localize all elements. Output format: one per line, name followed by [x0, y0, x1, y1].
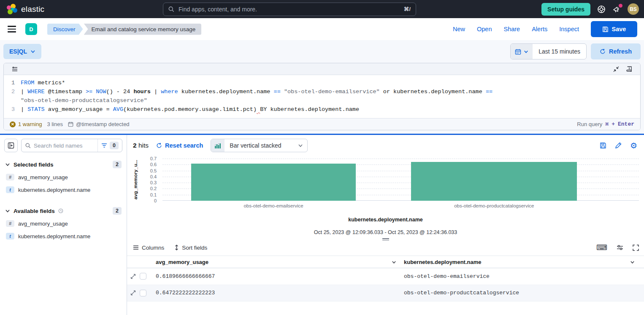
x-axis-ticks: obs-otel-demo-emailservice obs-otel-demo…: [162, 203, 639, 210]
query-mode-dropdown[interactable]: ES|QL: [3, 44, 41, 59]
selected-fields-section[interactable]: Selected fields 2: [5, 161, 122, 168]
hits-count: 2 hits: [133, 142, 149, 149]
setup-guides-button[interactable]: Setup guides: [541, 3, 590, 16]
cell-avg-memory: 0.6472222222222223: [154, 290, 402, 296]
clock-icon: [58, 208, 63, 213]
line-number: 1: [4, 78, 21, 87]
new-button[interactable]: New: [453, 26, 465, 32]
breadcrumb: Discover Email and catalog service memor…: [47, 24, 201, 35]
columns-button[interactable]: Columns: [133, 245, 164, 251]
run-query-hint[interactable]: Run query ⌘ + Enter: [577, 121, 634, 128]
global-header: elastic Find apps, content, and more. ⌘/…: [0, 0, 644, 18]
chevron-down-icon: [298, 143, 303, 148]
sort-icon: [174, 245, 179, 250]
field-search-placeholder: Search field names: [34, 143, 97, 149]
space-avatar[interactable]: D: [25, 23, 37, 35]
field-item[interactable]: # avg_memory_usage: [4, 217, 122, 230]
column-header-avg-memory[interactable]: avg_memory_usage: [154, 259, 402, 265]
chevron-down-icon: [5, 162, 10, 167]
row-checkbox[interactable]: [140, 273, 146, 280]
field-item[interactable]: t kubernetes.deployment.name: [4, 230, 122, 242]
available-fields-section[interactable]: Available fields 2: [5, 207, 122, 215]
sort-fields-button[interactable]: Sort fields: [174, 245, 207, 251]
edit-visualization-icon[interactable]: [615, 142, 622, 149]
save-button[interactable]: Save: [591, 21, 637, 37]
timestamp-detected: @timestamp detected: [68, 121, 130, 127]
chevron-down-icon: [30, 49, 35, 54]
row-checkbox[interactable]: [140, 290, 146, 296]
display-options-icon[interactable]: [617, 245, 623, 250]
table-toolbar: Columns Sort fields ⌨: [127, 241, 644, 254]
brand-name: elastic: [21, 5, 44, 14]
bar-chart-icon: [211, 139, 225, 152]
table-row: 0.6189666666666667 obs-otel-demo-emailse…: [127, 268, 644, 285]
chart-type-select[interactable]: Bar vertical stacked: [211, 139, 308, 152]
plot-area: [162, 159, 639, 201]
results-table: avg_memory_usage kubernetes.deployment.n…: [127, 256, 644, 302]
x-axis-title: kubernetes.deployment.name: [127, 217, 644, 223]
results-panel: 2 hits Reset search Bar vertical stacked: [127, 135, 644, 315]
line-number: 2: [4, 87, 21, 96]
collapse-sidebar-icon[interactable]: [4, 139, 18, 152]
breadcrumb-page-title: Email and catalog service memory usage: [84, 24, 202, 35]
y-axis-label: avg_memory_u...: [133, 159, 138, 201]
field-item[interactable]: t kubernetes.deployment.name: [4, 183, 122, 196]
refresh-button[interactable]: Refresh: [591, 43, 641, 59]
chart-bar[interactable]: [191, 164, 356, 201]
warnings-badge[interactable]: ✕ 1 warning: [10, 121, 42, 127]
time-range-value[interactable]: Last 15 minutes: [533, 44, 586, 59]
code-line-2-wrap: "obs-otel-demo-productcatalogservice": [21, 96, 147, 105]
field-search-input[interactable]: Search field names 0: [21, 139, 122, 152]
y-axis-ticks: 0.7 0.6 0.5 0.4 0.3 0.2 0.1 0: [142, 159, 159, 201]
cell-deployment-name: obs-otel-demo-productcatalogservice: [402, 290, 641, 296]
shrink-editor-icon[interactable]: [609, 65, 623, 73]
save-visualization-icon[interactable]: [600, 142, 606, 149]
filter-count-badge: 0: [110, 142, 119, 149]
reset-search-button[interactable]: Reset search: [156, 142, 203, 149]
text-field-icon: t: [6, 233, 14, 240]
query-zone: ES|QL Last 15 minutes Refresh: [0, 40, 644, 134]
editor-toolbar: [4, 63, 640, 75]
editor-footer: ✕ 1 warning 3 lines @timestamp detected …: [4, 118, 640, 130]
open-button[interactable]: Open: [477, 26, 492, 32]
global-search-input[interactable]: Find apps, content, and more. ⌘/: [163, 3, 416, 16]
expand-row-icon[interactable]: [130, 274, 136, 279]
line-number: [4, 96, 21, 105]
search-icon: [25, 143, 31, 148]
help-icon[interactable]: [597, 5, 606, 13]
share-button[interactable]: Share: [503, 26, 520, 32]
available-count-badge: 2: [113, 207, 122, 215]
chevron-down-icon: [5, 208, 10, 213]
queries-history-icon[interactable]: [8, 65, 22, 73]
refresh-icon: [156, 143, 162, 148]
documentation-icon[interactable]: [623, 65, 636, 73]
news-feed-icon[interactable]: [612, 5, 621, 13]
user-avatar[interactable]: BS: [628, 3, 639, 15]
text-field-icon: t: [6, 186, 14, 193]
field-filter-button[interactable]: 0: [97, 139, 122, 152]
table-header-row: avg_memory_usage kubernetes.deployment.n…: [127, 256, 644, 268]
fullscreen-icon[interactable]: [633, 245, 639, 251]
calendar-dropdown[interactable]: [511, 44, 533, 59]
field-item[interactable]: # avg_memory_usage: [4, 171, 122, 183]
gear-icon[interactable]: ⚙: [630, 142, 637, 150]
keyboard-shortcuts-icon[interactable]: ⌨: [596, 244, 607, 251]
code-line-3: | STATS avg_memory_usage = AVG(kubernete…: [21, 105, 359, 114]
elastic-logo[interactable]: [7, 4, 18, 15]
inspect-button[interactable]: Inspect: [559, 26, 579, 32]
table-row: 0.6472222222222223 obs-otel-demo-product…: [127, 285, 644, 302]
chevron-down-icon[interactable]: [392, 260, 396, 264]
menu-icon[interactable]: [7, 24, 17, 34]
column-header-deployment-name[interactable]: kubernetes.deployment.name: [402, 259, 641, 265]
chart-bar[interactable]: [411, 162, 577, 201]
chevron-down-icon[interactable]: [630, 260, 635, 264]
chart-resize-handle[interactable]: [382, 238, 389, 240]
calendar-icon: [68, 121, 73, 127]
esql-code-input[interactable]: 1FROM metrics* 2| WHERE @timestamp >= NO…: [4, 75, 640, 118]
expand-row-icon[interactable]: [130, 290, 136, 296]
cell-deployment-name: obs-otel-demo-emailservice: [402, 273, 641, 280]
alerts-button[interactable]: Alerts: [532, 26, 547, 32]
selected-count-badge: 2: [113, 161, 122, 168]
esql-editor: 1FROM metrics* 2| WHERE @timestamp >= NO…: [3, 63, 641, 130]
breadcrumb-discover[interactable]: Discover: [47, 24, 83, 35]
